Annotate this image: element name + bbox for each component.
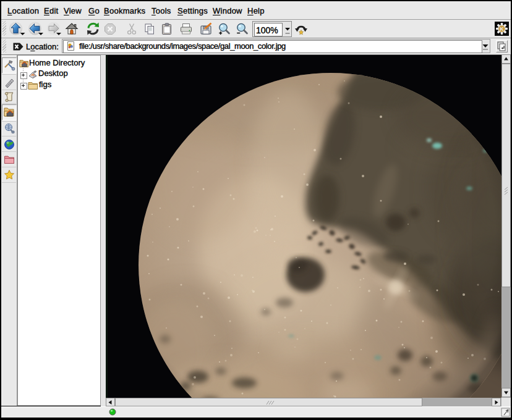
svg-text:K: K [500, 26, 504, 32]
